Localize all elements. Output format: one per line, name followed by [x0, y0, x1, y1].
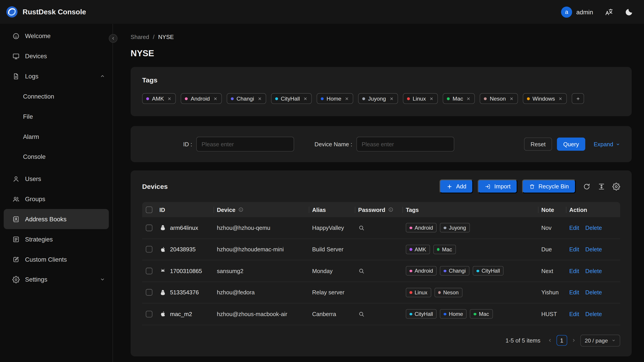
username[interactable]: admin — [576, 8, 593, 16]
delete-link[interactable]: Delete — [585, 246, 602, 252]
table-row: 20438935 hzhou@hzhoudemac-mini Build Ser… — [142, 239, 620, 260]
recycle-bin-button[interactable]: Recycle Bin — [522, 180, 576, 193]
tag-dot — [146, 97, 149, 100]
pagination: 1-5 of 5 items 1 20 / page — [142, 334, 620, 346]
import-button[interactable]: Import — [478, 180, 518, 193]
remove-tag-icon[interactable] — [303, 96, 308, 101]
sidebar-item-custom-clients[interactable]: Custom Clients — [0, 249, 112, 270]
remove-tag-icon[interactable] — [213, 96, 218, 101]
edit-link[interactable]: Edit — [569, 224, 579, 231]
remove-tag-icon[interactable] — [257, 96, 262, 101]
reload-icon[interactable] — [583, 182, 591, 190]
remove-tag-icon[interactable] — [558, 96, 563, 101]
sidebar-item-label: Users — [25, 176, 41, 182]
reset-button[interactable]: Reset — [524, 138, 552, 151]
device-name-label: Device Name : — [314, 141, 352, 148]
tag-dot — [410, 291, 412, 294]
page-size-select[interactable]: 20 / page — [580, 334, 620, 346]
sidebar-item-logs[interactable]: Logs — [0, 66, 112, 86]
remove-tag-icon[interactable] — [167, 96, 172, 101]
sidebar-item-strategies[interactable]: Strategies — [0, 229, 112, 249]
breadcrumb: Shared / NYSE — [131, 34, 632, 40]
sidebar-item-address-books[interactable]: Address Books — [4, 209, 109, 229]
tag-chip: Mac — [433, 244, 456, 254]
sidebar-item-label: Strategies — [25, 236, 53, 242]
reveal-password-icon[interactable] — [358, 268, 364, 274]
edit-link[interactable]: Edit — [569, 246, 579, 252]
column-height-icon[interactable] — [598, 182, 606, 190]
row-checkbox[interactable] — [146, 246, 152, 252]
smiley-icon — [12, 32, 20, 40]
device-id: 1700310865 — [170, 268, 202, 274]
expand-link[interactable]: Expand — [594, 141, 620, 148]
query-button[interactable]: Query — [557, 138, 585, 151]
tag-chip[interactable]: Android — [181, 93, 222, 104]
edit-link[interactable]: Edit — [569, 268, 579, 274]
page-number-1[interactable]: 1 — [556, 335, 567, 346]
reveal-password-icon[interactable] — [358, 224, 364, 231]
tag-chip[interactable]: Home — [316, 93, 353, 104]
sidebar-item-users[interactable]: Users — [0, 169, 112, 189]
device-id: mac_m2 — [170, 311, 192, 317]
remove-tag-icon[interactable] — [466, 96, 471, 101]
sidebar-item-settings[interactable]: Settings — [0, 269, 112, 290]
sidebar-item-devices[interactable]: Devices — [0, 46, 112, 66]
tag-dot — [410, 226, 412, 229]
info-icon[interactable] — [238, 207, 244, 212]
edit-link[interactable]: Edit — [569, 311, 579, 317]
avatar[interactable]: a — [561, 6, 572, 17]
sidebar-item-alarm[interactable]: Alarm — [0, 126, 112, 147]
tag-chip[interactable]: AMK — [142, 93, 176, 104]
language-icon[interactable] — [604, 8, 613, 16]
table-settings-gear-icon[interactable] — [612, 182, 620, 190]
delete-link[interactable]: Delete — [585, 311, 602, 317]
device-name-input[interactable] — [356, 137, 454, 152]
tag-chip[interactable]: Juyong — [358, 93, 398, 104]
sidebar-item-file[interactable]: File — [0, 106, 112, 126]
breadcrumb-parent[interactable]: Shared — [131, 34, 149, 40]
delete-link[interactable]: Delete — [585, 224, 602, 231]
tags-chip-row: AMK Android Changi CityHall Home Juyong … — [142, 93, 620, 104]
device-name: hzhou@fedora — [214, 282, 309, 303]
remove-tag-icon[interactable] — [509, 96, 514, 101]
tag-chip: Neson — [434, 288, 462, 297]
sidebar-item-connection[interactable]: Connection — [0, 86, 112, 106]
prev-page-icon[interactable] — [548, 338, 552, 343]
devices-header: Devices Add Import Recycle Bin — [142, 180, 620, 193]
row-checkbox[interactable] — [146, 268, 152, 274]
app-title: RustDesk Console — [23, 8, 86, 16]
select-all-checkbox[interactable] — [146, 206, 152, 213]
tag-chip[interactable]: CityHall — [271, 93, 312, 104]
id-input[interactable] — [196, 137, 294, 152]
tag-chip[interactable]: Neson — [480, 93, 518, 104]
add-tag-button[interactable] — [572, 93, 584, 104]
chevron-down-icon — [616, 142, 620, 146]
info-icon[interactable] — [388, 207, 394, 212]
remove-tag-icon[interactable] — [389, 96, 394, 101]
delete-link[interactable]: Delete — [585, 289, 602, 296]
device-alias: Monday — [309, 260, 355, 281]
tag-dot — [321, 97, 324, 100]
next-page-icon[interactable] — [571, 338, 576, 343]
reveal-password-icon[interactable] — [358, 311, 364, 317]
sidebar-item-groups[interactable]: Groups — [0, 189, 112, 209]
add-button[interactable]: Add — [440, 180, 473, 193]
tag-chip[interactable]: Changi — [226, 93, 266, 104]
delete-link[interactable]: Delete — [585, 268, 602, 274]
row-checkbox[interactable] — [146, 311, 152, 317]
sidebar-collapse-button[interactable] — [109, 34, 118, 42]
row-checkbox[interactable] — [146, 224, 152, 231]
tag-chip[interactable]: Mac — [443, 93, 475, 104]
sidebar-item-console[interactable]: Console — [0, 146, 112, 167]
table-row: arm64linux hzhou@hzhou-qemu HappyValley … — [142, 217, 620, 239]
remove-tag-icon[interactable] — [429, 96, 434, 101]
tag-chip[interactable]: Windows — [522, 93, 567, 104]
sidebar-item-welcome[interactable]: Welcome — [0, 26, 112, 46]
linux-icon — [159, 289, 166, 296]
remove-tag-icon[interactable] — [345, 96, 349, 101]
device-note: Yishun — [538, 282, 566, 303]
edit-link[interactable]: Edit — [569, 289, 579, 296]
tag-chip[interactable]: Linux — [403, 93, 438, 104]
dark-mode-icon[interactable] — [625, 8, 633, 16]
row-checkbox[interactable] — [146, 289, 152, 296]
